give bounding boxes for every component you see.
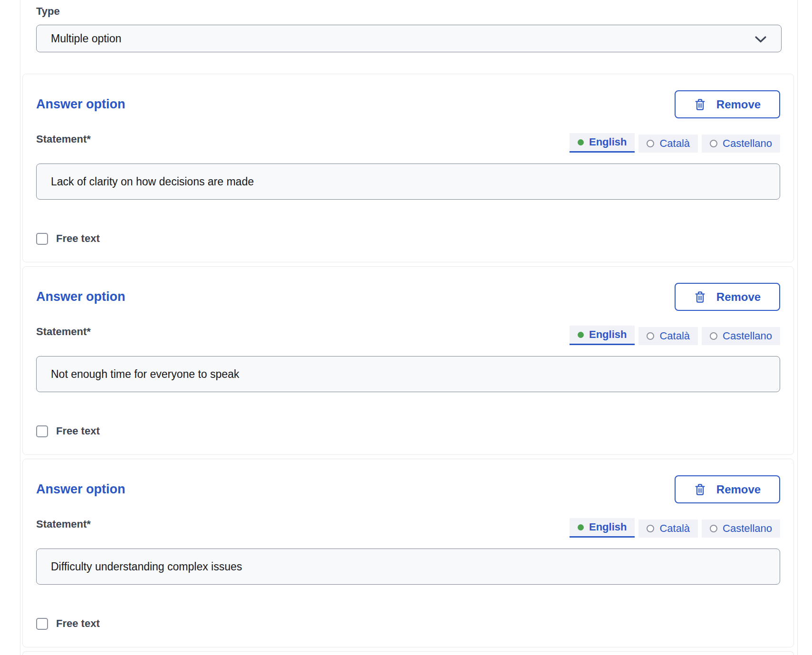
- statement-row: Statement* English Català Castellano: [36, 325, 780, 345]
- remove-button[interactable]: Remove: [675, 90, 780, 118]
- language-tab-english[interactable]: English: [570, 133, 635, 153]
- type-field-section: Type Multiple option: [20, 0, 797, 52]
- chevron-down-icon: [754, 36, 767, 43]
- language-tabs: English Català Castellano: [570, 518, 780, 538]
- language-tab-english[interactable]: English: [570, 326, 635, 345]
- remove-button-label: Remove: [716, 290, 761, 304]
- language-radio-icon: [710, 332, 717, 340]
- answer-option-heading: Answer option: [36, 289, 126, 304]
- language-tab-label: Castellano: [723, 330, 772, 342]
- free-text-checkbox[interactable]: [36, 425, 48, 437]
- statement-input[interactable]: [36, 164, 780, 200]
- answer-option-card: Answer option Remove Statement*: [22, 74, 794, 262]
- language-tab-label: English: [589, 136, 627, 148]
- next-answer-option-card-partial: [22, 651, 794, 655]
- language-tab-catala[interactable]: Català: [638, 327, 698, 345]
- language-tab-label: Castellano: [723, 137, 772, 150]
- statement-input[interactable]: [36, 356, 780, 392]
- statement-row: Statement* English Català Castellano: [36, 518, 780, 538]
- language-tab-label: Català: [659, 522, 690, 535]
- free-text-checkbox[interactable]: [36, 618, 48, 630]
- remove-button-label: Remove: [716, 98, 761, 111]
- type-select-value: Multiple option: [51, 32, 121, 45]
- selected-language-dot-icon: [578, 139, 584, 145]
- card-header-row: Answer option Remove: [36, 90, 780, 118]
- language-radio-icon: [710, 525, 717, 532]
- answer-options-list: Answer option Remove Statement*: [20, 74, 797, 647]
- language-tab-label: Castellano: [723, 522, 772, 535]
- trash-icon: [694, 98, 706, 111]
- question-form-container: Type Multiple option Answer option: [20, 0, 798, 655]
- remove-button[interactable]: Remove: [675, 475, 780, 503]
- statement-input[interactable]: [36, 549, 780, 585]
- remove-button-label: Remove: [716, 483, 761, 496]
- type-label: Type: [36, 5, 782, 18]
- language-radio-icon: [710, 140, 717, 147]
- language-tabs: English Català Castellano: [570, 133, 780, 153]
- language-tab-castellano[interactable]: Castellano: [702, 520, 780, 538]
- answer-option-heading: Answer option: [36, 97, 126, 112]
- free-text-checkbox[interactable]: [36, 233, 48, 245]
- statement-label: Statement*: [36, 133, 91, 146]
- language-tab-label: English: [589, 521, 627, 533]
- selected-language-dot-icon: [578, 524, 584, 530]
- selected-language-dot-icon: [578, 332, 584, 338]
- statement-label: Statement*: [36, 518, 91, 531]
- language-radio-icon: [647, 525, 654, 532]
- language-tab-label: Català: [659, 137, 690, 150]
- language-tab-english[interactable]: English: [570, 518, 635, 538]
- free-text-row: Free text: [36, 425, 780, 437]
- free-text-label: Free text: [56, 617, 100, 630]
- language-tab-label: Català: [659, 330, 690, 342]
- language-radio-icon: [647, 332, 654, 340]
- answer-option-card: Answer option Remove Statement*: [22, 459, 794, 647]
- trash-icon: [694, 290, 706, 304]
- statement-row: Statement* English Català Castellano: [36, 133, 780, 153]
- language-tab-label: English: [589, 328, 627, 341]
- type-select[interactable]: Multiple option: [36, 25, 782, 52]
- language-tab-catala[interactable]: Català: [638, 135, 698, 153]
- free-text-row: Free text: [36, 617, 780, 630]
- card-header-row: Answer option Remove: [36, 283, 780, 311]
- free-text-label: Free text: [56, 425, 100, 437]
- language-radio-icon: [647, 140, 654, 147]
- trash-icon: [694, 483, 706, 496]
- language-tab-catala[interactable]: Català: [638, 520, 698, 538]
- free-text-label: Free text: [56, 232, 100, 245]
- card-header-row: Answer option Remove: [36, 475, 780, 503]
- answer-option-card: Answer option Remove Statement*: [22, 266, 794, 455]
- language-tab-castellano[interactable]: Castellano: [702, 135, 780, 153]
- language-tab-castellano[interactable]: Castellano: [702, 327, 780, 345]
- remove-button[interactable]: Remove: [675, 283, 780, 311]
- statement-label: Statement*: [36, 325, 91, 338]
- free-text-row: Free text: [36, 232, 780, 245]
- answer-option-heading: Answer option: [36, 482, 126, 497]
- language-tabs: English Català Castellano: [570, 326, 780, 345]
